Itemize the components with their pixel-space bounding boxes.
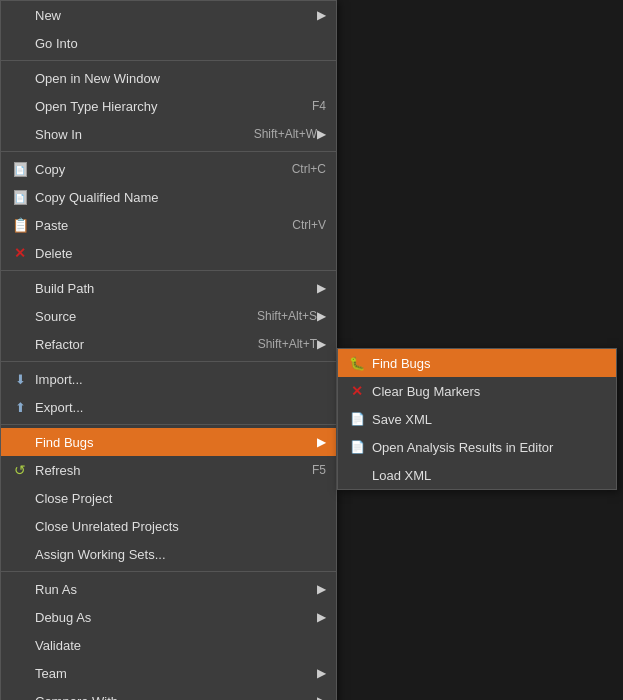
- sub-context-menu: 🐛Find Bugs✕Clear Bug Markers📄Save XML📄Op…: [337, 348, 617, 490]
- menu-item-close-unrelated[interactable]: Close Unrelated Projects: [1, 512, 336, 540]
- menu-item-label: Delete: [35, 246, 326, 261]
- no-icon: [11, 69, 29, 87]
- menu-item-label: Team: [35, 666, 317, 681]
- no-icon: [11, 664, 29, 682]
- menu-item-validate[interactable]: Validate: [1, 631, 336, 659]
- menu-item-new[interactable]: New▶: [1, 1, 336, 29]
- menu-item-team[interactable]: Team▶: [1, 659, 336, 687]
- menu-item-label: Validate: [35, 638, 326, 653]
- menu-item-sub-open-analysis[interactable]: 📄Open Analysis Results in Editor: [338, 433, 616, 461]
- menu-item-refresh[interactable]: ↺RefreshF5: [1, 456, 336, 484]
- no-icon: [11, 545, 29, 563]
- submenu-arrow-icon: ▶: [317, 666, 326, 680]
- menu-item-label: Close Unrelated Projects: [35, 519, 326, 534]
- menu-item-shortcut: F5: [292, 463, 326, 477]
- menu-item-assign-working-sets[interactable]: Assign Working Sets...: [1, 540, 336, 568]
- no-icon: [11, 6, 29, 24]
- menu-item-label: Open Analysis Results in Editor: [372, 440, 606, 455]
- menu-item-close-project[interactable]: Close Project: [1, 484, 336, 512]
- menu-item-label: Find Bugs: [372, 356, 606, 371]
- menu-item-refactor[interactable]: RefactorShift+Alt+T▶: [1, 330, 336, 358]
- menu-item-shortcut: Shift+Alt+S: [237, 309, 317, 323]
- menu-item-label: Export...: [35, 400, 326, 415]
- menu-item-go-into[interactable]: Go Into: [1, 29, 336, 57]
- menu-item-debug-as[interactable]: Debug As▶: [1, 603, 336, 631]
- submenu-arrow-icon: ▶: [317, 337, 326, 351]
- menu-item-sub-save-xml[interactable]: 📄Save XML: [338, 405, 616, 433]
- submenu-arrow-icon: ▶: [317, 610, 326, 624]
- menu-item-label: Open Type Hierarchy: [35, 99, 292, 114]
- menu-item-compare-with[interactable]: Compare With▶: [1, 687, 336, 700]
- no-icon: [11, 335, 29, 353]
- delete-icon: ✕: [11, 244, 29, 262]
- clear-icon: ✕: [348, 382, 366, 400]
- menu-item-label: Load XML: [372, 468, 606, 483]
- menu-item-source[interactable]: SourceShift+Alt+S▶: [1, 302, 336, 330]
- paste-icon: 📋: [11, 216, 29, 234]
- menu-item-open-type-hierarchy[interactable]: Open Type HierarchyF4: [1, 92, 336, 120]
- menu-separator: [1, 571, 336, 572]
- no-icon: [11, 433, 29, 451]
- menu-item-build-path[interactable]: Build Path▶: [1, 274, 336, 302]
- menu-separator: [1, 60, 336, 61]
- menu-item-delete[interactable]: ✕Delete: [1, 239, 336, 267]
- menu-item-label: Import...: [35, 372, 326, 387]
- menu-item-import[interactable]: ⬇Import...: [1, 365, 336, 393]
- submenu-arrow-icon: ▶: [317, 8, 326, 22]
- menu-item-shortcut: Shift+Alt+T: [238, 337, 317, 351]
- import-icon: ⬇: [11, 370, 29, 388]
- menu-item-label: Copy: [35, 162, 272, 177]
- menu-item-shortcut: F4: [292, 99, 326, 113]
- submenu-arrow-icon: ▶: [317, 435, 326, 449]
- menu-item-export[interactable]: ⬆Export...: [1, 393, 336, 421]
- menu-item-sub-clear-bug-markers[interactable]: ✕Clear Bug Markers: [338, 377, 616, 405]
- menu-item-label: Debug As: [35, 610, 317, 625]
- menu-item-label: Show In: [35, 127, 234, 142]
- openanalysis-icon: 📄: [348, 438, 366, 456]
- menu-item-label: Close Project: [35, 491, 326, 506]
- primary-context-menu: New▶Go IntoOpen in New WindowOpen Type H…: [0, 0, 337, 700]
- menu-item-label: Build Path: [35, 281, 317, 296]
- menu-item-paste[interactable]: 📋PasteCtrl+V: [1, 211, 336, 239]
- menu-item-sub-find-bugs[interactable]: 🐛Find Bugs: [338, 349, 616, 377]
- menu-item-sub-load-xml[interactable]: Load XML: [338, 461, 616, 489]
- no-icon: [11, 97, 29, 115]
- menu-item-copy[interactable]: 📄CopyCtrl+C: [1, 155, 336, 183]
- findbugs-icon: 🐛: [348, 354, 366, 372]
- menu-item-shortcut: Shift+Alt+W: [234, 127, 317, 141]
- menu-item-label: Assign Working Sets...: [35, 547, 326, 562]
- menu-item-label: Refresh: [35, 463, 292, 478]
- refresh-icon: ↺: [11, 461, 29, 479]
- submenu-arrow-icon: ▶: [317, 694, 326, 700]
- submenu-arrow-icon: ▶: [317, 582, 326, 596]
- no-icon: [11, 580, 29, 598]
- menu-item-label: Source: [35, 309, 237, 324]
- copy-icon: 📄: [11, 160, 29, 178]
- no-icon: [11, 517, 29, 535]
- copy-icon: 📄: [11, 188, 29, 206]
- no-icon: [348, 466, 366, 484]
- menu-item-run-as[interactable]: Run As▶: [1, 575, 336, 603]
- menu-item-shortcut: Ctrl+C: [272, 162, 326, 176]
- menu-item-label: Open in New Window: [35, 71, 326, 86]
- menu-separator: [1, 424, 336, 425]
- submenu-arrow-icon: ▶: [317, 309, 326, 323]
- menu-item-label: Copy Qualified Name: [35, 190, 326, 205]
- no-icon: [11, 489, 29, 507]
- menu-item-show-in[interactable]: Show InShift+Alt+W▶: [1, 120, 336, 148]
- menu-item-label: Compare With: [35, 694, 317, 701]
- menu-item-copy-qualified-name[interactable]: 📄Copy Qualified Name: [1, 183, 336, 211]
- menu-item-label: Run As: [35, 582, 317, 597]
- menu-item-label: Save XML: [372, 412, 606, 427]
- menu-item-label: Find Bugs: [35, 435, 317, 450]
- no-icon: [11, 636, 29, 654]
- no-icon: [11, 307, 29, 325]
- menu-item-label: Paste: [35, 218, 272, 233]
- menu-item-find-bugs[interactable]: Find Bugs▶: [1, 428, 336, 456]
- no-icon: [11, 608, 29, 626]
- submenu-arrow-icon: ▶: [317, 127, 326, 141]
- menu-item-shortcut: Ctrl+V: [272, 218, 326, 232]
- menu-item-label: New: [35, 8, 317, 23]
- menu-item-open-new-window[interactable]: Open in New Window: [1, 64, 336, 92]
- no-icon: [11, 34, 29, 52]
